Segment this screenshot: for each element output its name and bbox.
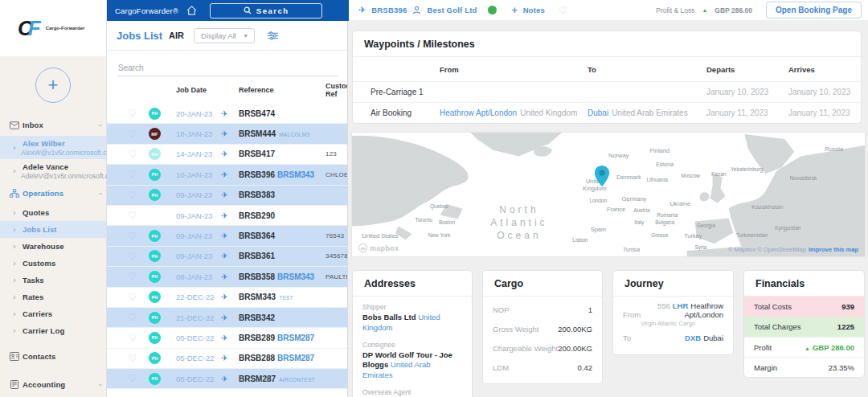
job-ref-main[interactable]: BRSB396 <box>239 170 275 179</box>
sidebar-item-customs[interactable]: ›Customs <box>0 255 106 272</box>
map-place-label: Tunisia <box>623 247 640 253</box>
job-ref-main[interactable]: BRSB383 <box>239 190 275 199</box>
favourite-icon[interactable]: ♡ <box>117 332 149 343</box>
job-ref-master-link[interactable]: BRSM287 <box>277 334 314 342</box>
favourite-icon[interactable]: ♡ <box>117 108 149 119</box>
job-row[interactable]: ♡PH10-JAN-23✈BRSB396BRSM343CHLOETESTTLC <box>107 165 347 185</box>
job-ref-main[interactable]: BRSB417 <box>239 149 275 158</box>
job-reference[interactable]: BRSB290 <box>239 211 326 220</box>
favourite-icon[interactable]: ♡ <box>117 210 149 221</box>
job-row[interactable]: ♡PH20-JAN-23✈BRSB474 <box>107 104 347 124</box>
job-reference[interactable]: BRSM287AIRCONTEST <box>239 374 326 383</box>
sidebar-item-warehouse[interactable]: ›Warehouse <box>0 238 106 255</box>
sidebar-item-rates[interactable]: ›Rates <box>0 289 106 305</box>
sidebar-item-tasks[interactable]: ›Tasks <box>0 272 106 289</box>
sidebar-item-operations[interactable]: Operations› <box>0 182 106 204</box>
sidebar-item-adele-vance[interactable]: ›Adele VanceAdeleV@v1v5r.onmicrosoft.c..… <box>0 159 106 182</box>
job-ref-main[interactable]: BRSB290 <box>239 211 275 220</box>
sidebar-item-inbox[interactable]: Inbox› <box>0 114 106 136</box>
add-job-button[interactable]: + <box>35 68 71 103</box>
job-date: 09-JAN-23 <box>176 231 221 240</box>
favourite-icon[interactable]: ♡ <box>117 312 149 323</box>
origin-airport-code[interactable]: LHR <box>673 301 689 310</box>
favourite-icon[interactable]: ♡ <box>117 271 149 282</box>
sidebar-item-jobs-list[interactable]: ›Jobs List <box>0 221 106 238</box>
journey-to-row: To DXBDubai <box>623 327 723 348</box>
booking-ref-link[interactable]: BRSB396 <box>371 6 407 14</box>
favourite-icon[interactable]: ♡ <box>117 169 149 180</box>
favourite-icon[interactable]: ♡ <box>117 251 149 262</box>
job-ref-main[interactable]: BRSM444 <box>239 129 276 138</box>
global-search-button[interactable]: Search <box>210 3 322 18</box>
job-ref-main[interactable]: BRSB342 <box>239 313 275 322</box>
improve-map-link[interactable]: Improve this map <box>809 246 858 253</box>
job-ref-master-link[interactable]: BRSM343 <box>277 170 314 179</box>
job-row[interactable]: ♡PH09-JAN-23✈BRSB361345678 <box>107 247 347 267</box>
route-map[interactable]: NorthAtlanticOcean FinlandNorwayRussiaEs… <box>351 132 866 257</box>
job-reference[interactable]: BRSB417 <box>239 149 326 158</box>
sidebar-item-carriers[interactable]: ›Carriers <box>0 305 106 322</box>
home-icon[interactable] <box>186 6 197 15</box>
job-reference[interactable]: BRSB383 <box>239 190 326 199</box>
open-booking-page-button[interactable]: Open Booking Page <box>766 2 862 18</box>
sidebar-item-alex-wilber[interactable]: ›Alex WilberAlexW@v1v5r.onmicrosoft.c... <box>0 136 106 159</box>
job-ref-main[interactable]: BRSB358 <box>239 272 275 281</box>
favourite-icon[interactable]: ♡ <box>117 190 149 201</box>
financial-amount: 23.35% <box>829 363 854 372</box>
waypoint-from-link[interactable]: Heathrow Apt/London <box>440 108 517 117</box>
filter-icon[interactable] <box>268 31 278 40</box>
job-reference[interactable]: BRSB289BRSM287 <box>239 334 326 342</box>
job-ref-main[interactable]: BRSB289 <box>239 334 275 342</box>
favourite-icon[interactable]: ♡ <box>559 5 567 16</box>
job-row[interactable]: ♡PH05-DEC-22✈BRSM287AIRCONTEST <box>107 369 347 389</box>
job-ref-main[interactable]: BRSB364 <box>239 231 275 240</box>
job-row[interactable]: ♡09-JAN-23✈BRSB290 <box>107 206 347 226</box>
job-row[interactable]: ♡PH22-DEC-22✈BRSM343TEST <box>107 288 347 308</box>
display-filter-dropdown[interactable]: Display All▾ <box>194 28 255 43</box>
job-reference[interactable]: BRSB342 <box>239 313 326 322</box>
favourite-icon[interactable]: ♡ <box>117 292 149 303</box>
job-reference[interactable]: BRSB474 <box>239 109 326 118</box>
favourite-icon[interactable]: ♡ <box>117 149 149 160</box>
destination-airport-code[interactable]: DXB <box>685 334 701 342</box>
job-reference[interactable]: BRSB396BRSM343 <box>239 170 326 179</box>
job-row[interactable]: ♡PH08-JAN-23✈BRSB358BRSM343PAULTEST555 <box>107 267 347 287</box>
job-reference[interactable]: BRSB361 <box>239 252 326 260</box>
sidebar-item-quotes[interactable]: ›Quotes <box>0 204 106 221</box>
sidebar-item-label: Rates <box>21 293 43 301</box>
job-row[interactable]: ♡PH21-DEC-22✈BRSB342 <box>107 308 347 328</box>
sidebar-item-contacts[interactable]: Contacts <box>0 346 106 367</box>
job-reference[interactable]: BRSM444MALCOLM3 <box>239 129 326 138</box>
job-ref-main[interactable]: BRSB361 <box>239 252 275 260</box>
job-row[interactable]: ♡PH05-DEC-22✈BRSB288BRSM287 <box>107 349 347 369</box>
job-row[interactable]: ♡PH05-DEC-22✈BRSB289BRSM287 <box>107 328 347 348</box>
job-reference[interactable]: BRSM343TEST <box>239 293 326 301</box>
favourite-icon[interactable]: ♡ <box>117 129 149 140</box>
job-ref-main[interactable]: BRSB288 <box>239 354 275 362</box>
job-ref-master-link[interactable]: BRSM343 <box>277 272 314 281</box>
jobs-search-input[interactable] <box>117 62 338 76</box>
job-ref-main[interactable]: BRSM343 <box>239 293 276 301</box>
waypoint-to-link[interactable]: Dubai <box>588 108 608 117</box>
favourite-icon[interactable]: ♡ <box>117 231 149 242</box>
sidebar-item-accounting[interactable]: Accounting› <box>0 374 106 395</box>
customer-link[interactable]: Best Golf Ltd <box>427 6 477 14</box>
waypoint-from-country: United Kingdom <box>520 108 577 117</box>
favourite-icon[interactable]: ♡ <box>117 373 149 384</box>
job-date: 20-JAN-23 <box>176 109 221 118</box>
waypoint-row[interactable]: Air BookingHeathrow Apt/LondonUnited Kin… <box>353 102 861 123</box>
job-row[interactable]: ♡PH09-JAN-23✈BRSB383 <box>107 186 347 206</box>
job-reference[interactable]: BRSB288BRSM287 <box>239 354 326 362</box>
waypoint-row[interactable]: Pre-Carriage 1January 10, 2023January 10… <box>353 81 861 102</box>
job-row[interactable]: ♡HH14-JAN-23✈BRSB417123 <box>107 145 347 165</box>
job-reference[interactable]: BRSB358BRSM343 <box>239 272 326 281</box>
favourite-icon[interactable]: ♡ <box>117 353 149 364</box>
job-ref-main[interactable]: BRSB474 <box>239 109 275 118</box>
notes-button[interactable]: Notes <box>523 6 545 14</box>
job-row[interactable]: ♡MF18-JAN-23✈BRSM444MALCOLM3 <box>107 124 347 144</box>
sidebar-item-carrier-log[interactable]: ›Carrier Log <box>0 322 106 339</box>
job-ref-main[interactable]: BRSM287 <box>239 374 276 383</box>
job-reference[interactable]: BRSB364 <box>239 231 326 240</box>
job-row[interactable]: ♡PH09-JAN-23✈BRSB36476543 <box>107 226 347 246</box>
job-ref-master-link[interactable]: BRSM287 <box>277 354 314 362</box>
